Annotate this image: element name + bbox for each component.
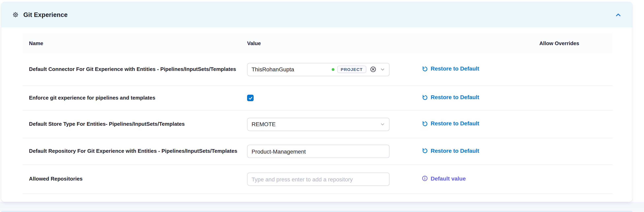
default-connector-select[interactable]: ThisRohanGupta PROJECT: [247, 63, 390, 76]
allowed-repositories-field: [247, 172, 390, 186]
table-row: Enforce git experience for pipelines and…: [22, 86, 612, 110]
table-row: Allowed Repositories Default value: [22, 165, 612, 194]
settings-table: Default Connector For Git Experience wit…: [22, 53, 612, 194]
chevron-up-icon: [615, 12, 622, 18]
info-icon: [422, 175, 428, 181]
setting-name: Default Repository For Git Experience wi…: [29, 148, 247, 155]
page-background: [0, 202, 644, 212]
connector-value: ThisRohanGupta: [252, 66, 332, 73]
panel-title: Git Experience: [23, 11, 68, 18]
table-column-headers: Name Value Allow Overrides: [22, 34, 612, 53]
clear-connector-button[interactable]: [370, 66, 376, 73]
allowed-repositories-input[interactable]: [252, 176, 385, 182]
default-store-type-select[interactable]: REMOTE: [247, 117, 390, 131]
column-header-value: Value: [247, 40, 422, 46]
restore-icon: [422, 148, 428, 154]
open-connector-dropdown[interactable]: [380, 67, 385, 72]
x-circle-icon: [370, 66, 376, 73]
restore-label: Restore to Default: [431, 94, 479, 101]
restore-label: Restore to Default: [431, 120, 479, 127]
restore-icon: [422, 66, 428, 72]
chevron-down-icon: [380, 121, 385, 127]
column-header-allow-overrides: Allow Overrides: [539, 40, 612, 46]
setting-name: Default Store Type For Entities- Pipelin…: [29, 121, 247, 128]
check-icon: [248, 96, 252, 100]
enforce-git-experience-checkbox[interactable]: [247, 95, 254, 101]
setting-name: Default Connector For Git Experience wit…: [29, 66, 247, 73]
settings-page: Git Experience Name Value Allow Override…: [0, 0, 644, 212]
default-value-link[interactable]: Default value: [422, 175, 466, 182]
next-section-header-edge: [1, 211, 632, 212]
table-row: Default Connector For Git Experience wit…: [22, 53, 612, 86]
scope-badge: PROJECT: [337, 66, 366, 73]
setting-name: Enforce git experience for pipelines and…: [29, 95, 247, 101]
chevron-down-icon: [380, 67, 385, 72]
connector-status-dot: [332, 68, 334, 71]
restore-to-default-link[interactable]: Restore to Default: [422, 94, 479, 101]
git-experience-panel: Git Experience Name Value Allow Override…: [1, 2, 632, 202]
restore-label: Restore to Default: [431, 66, 479, 72]
default-value-label: Default value: [431, 175, 466, 182]
setting-name: Allowed Repositories: [29, 176, 247, 182]
restore-to-default-link[interactable]: Restore to Default: [422, 147, 479, 154]
restore-to-default-link[interactable]: Restore to Default: [422, 120, 479, 127]
store-type-value: REMOTE: [252, 121, 376, 127]
git-experience-panel-header[interactable]: Git Experience: [1, 2, 632, 27]
open-store-type-dropdown[interactable]: [380, 121, 385, 127]
restore-icon: [422, 94, 428, 100]
default-repository-field: [247, 145, 390, 158]
restore-to-default-link[interactable]: Restore to Default: [422, 66, 479, 72]
restore-label: Restore to Default: [431, 147, 479, 154]
restore-icon: [422, 120, 428, 127]
table-row: Default Store Type For Entities- Pipelin…: [22, 110, 612, 138]
table-row: Default Repository For Git Experience wi…: [22, 138, 612, 165]
column-header-name: Name: [29, 40, 247, 46]
collapse-section-button[interactable]: [614, 10, 623, 19]
default-repository-input[interactable]: [252, 148, 385, 155]
gear-icon: [12, 12, 18, 18]
